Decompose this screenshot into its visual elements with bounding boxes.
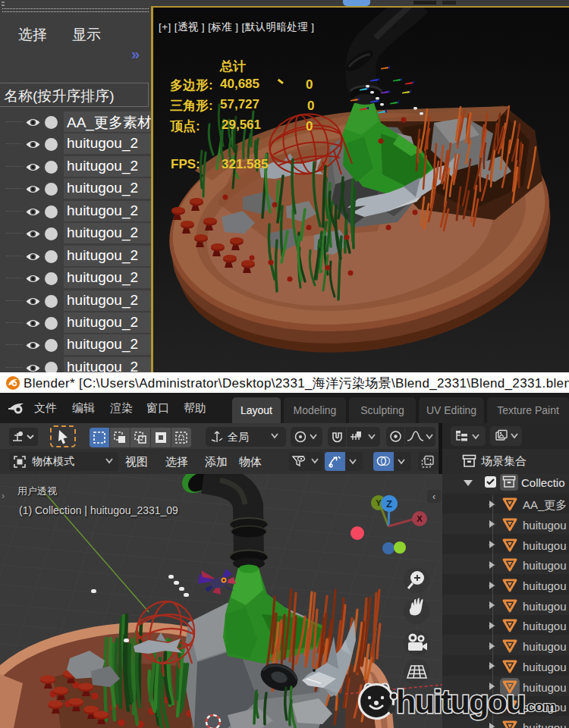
svg-text:.com: .com: [523, 698, 555, 714]
svg-text:X: X: [417, 514, 423, 523]
svg-text:‹: ‹: [432, 491, 435, 502]
svg-text:Z: Z: [386, 498, 392, 510]
svg-text:huitugou: huitugou: [396, 683, 524, 720]
